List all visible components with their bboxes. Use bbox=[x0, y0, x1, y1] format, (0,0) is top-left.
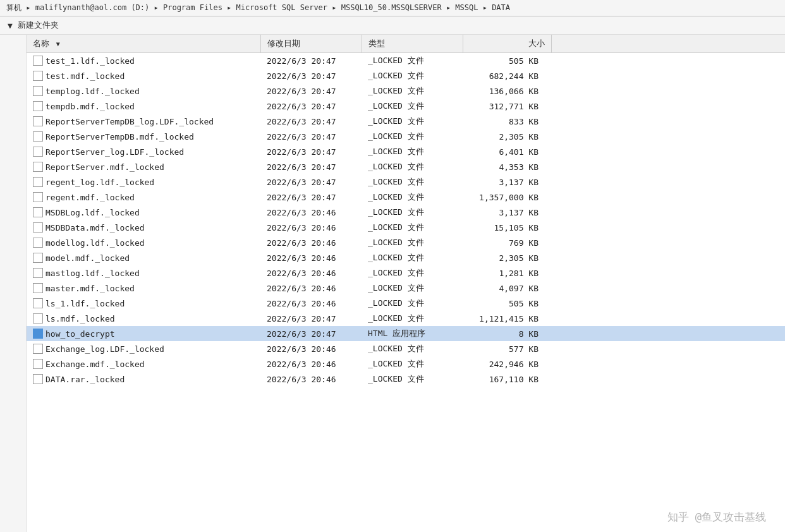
file-type-cell: _LOCKED 文件 bbox=[362, 356, 463, 372]
table-row[interactable]: Exchange.mdf._locked 2022/6/3 20:46 _LOC… bbox=[27, 356, 785, 372]
file-name: ls.mdf._locked bbox=[46, 314, 115, 323]
table-row[interactable]: how_to_decrypt 2022/6/3 20:47 HTML 应用程序 … bbox=[27, 326, 785, 341]
file-date-cell: 2022/6/3 20:47 bbox=[260, 129, 362, 144]
file-extra-cell bbox=[551, 281, 785, 296]
file-size-cell: 312,771 KB bbox=[463, 99, 551, 114]
file-name-cell: Exchange_log.LDF._locked bbox=[27, 341, 260, 356]
table-row[interactable]: regent_log.ldf._locked 2022/6/3 20:47 _L… bbox=[27, 174, 785, 190]
file-extra-cell bbox=[551, 114, 785, 129]
new-folder-button[interactable]: 新建文件夹 bbox=[18, 20, 59, 31]
file-date-cell: 2022/6/3 20:46 bbox=[260, 250, 362, 265]
file-extra-cell bbox=[551, 190, 785, 205]
file-table: 名称 ▼ 修改日期 类型 大小 bbox=[27, 35, 785, 387]
file-name: master.mdf._locked bbox=[46, 284, 135, 293]
file-date-cell: 2022/6/3 20:47 bbox=[260, 174, 362, 190]
file-date-cell: 2022/6/3 20:47 bbox=[260, 53, 362, 69]
table-row[interactable]: ReportServer_log.LDF._locked 2022/6/3 20… bbox=[27, 144, 785, 159]
col-header-date[interactable]: 修改日期 bbox=[260, 35, 362, 53]
file-size-cell: 136,066 KB bbox=[463, 83, 551, 99]
table-row[interactable]: templog.ldf._locked 2022/6/3 20:47 _LOCK… bbox=[27, 83, 785, 99]
file-size-cell: 6,401 KB bbox=[463, 144, 551, 159]
table-row[interactable]: model.mdf._locked 2022/6/3 20:46 _LOCKED… bbox=[27, 250, 785, 265]
file-size-cell: 577 KB bbox=[463, 341, 551, 356]
file-date-cell: 2022/6/3 20:46 bbox=[260, 341, 362, 356]
file-size-cell: 8 KB bbox=[463, 326, 551, 341]
table-row[interactable]: MSDBLog.ldf._locked 2022/6/3 20:46 _LOCK… bbox=[27, 205, 785, 220]
file-type-cell: _LOCKED 文件 bbox=[362, 235, 463, 250]
table-row[interactable]: mastlog.ldf._locked 2022/6/3 20:46 _LOCK… bbox=[27, 265, 785, 281]
doc-file-icon bbox=[33, 177, 43, 187]
doc-file-icon bbox=[33, 56, 43, 66]
file-name-cell: test.mdf._locked bbox=[27, 68, 260, 83]
table-row[interactable]: master.mdf._locked 2022/6/3 20:46 _LOCKE… bbox=[27, 281, 785, 296]
file-type-cell: _LOCKED 文件 bbox=[362, 159, 463, 174]
col-header-type[interactable]: 类型 bbox=[362, 35, 463, 53]
doc-file-icon bbox=[33, 131, 43, 142]
file-size-cell: 2,305 KB bbox=[463, 250, 551, 265]
file-date-cell: 2022/6/3 20:46 bbox=[260, 281, 362, 296]
table-row[interactable]: DATA.rar._locked 2022/6/3 20:46 _LOCKED … bbox=[27, 372, 785, 387]
col-header-name[interactable]: 名称 ▼ bbox=[27, 35, 260, 53]
file-type-cell: _LOCKED 文件 bbox=[362, 250, 463, 265]
file-name-cell: Exchange.mdf._locked bbox=[27, 356, 260, 372]
table-row[interactable]: modellog.ldf._locked 2022/6/3 20:46 _LOC… bbox=[27, 235, 785, 250]
table-row[interactable]: ls_1.ldf._locked 2022/6/3 20:46 _LOCKED … bbox=[27, 296, 785, 311]
file-type-cell: _LOCKED 文件 bbox=[362, 53, 463, 69]
address-bar[interactable]: 算机 ▸ maliflynanth@aol.com (D:) ▸ Program… bbox=[0, 0, 785, 16]
table-row[interactable]: test_1.ldf._locked 2022/6/3 20:47 _LOCKE… bbox=[27, 53, 785, 69]
file-name: regent_log.ldf._locked bbox=[46, 178, 154, 187]
file-name-cell: modellog.ldf._locked bbox=[27, 235, 260, 250]
table-row[interactable]: ReportServerTempDB_log.LDF._locked 2022/… bbox=[27, 114, 785, 129]
file-name-cell: test_1.ldf._locked bbox=[27, 53, 260, 69]
col-header-size[interactable]: 大小 bbox=[463, 35, 551, 53]
doc-file-icon bbox=[33, 283, 43, 293]
file-extra-cell bbox=[551, 372, 785, 387]
file-date-cell: 2022/6/3 20:47 bbox=[260, 114, 362, 129]
table-row[interactable]: ReportServerTempDB.mdf._locked 2022/6/3 … bbox=[27, 129, 785, 144]
table-row[interactable]: tempdb.mdf._locked 2022/6/3 20:47 _LOCKE… bbox=[27, 99, 785, 114]
file-size-cell: 769 KB bbox=[463, 235, 551, 250]
file-extra-cell bbox=[551, 129, 785, 144]
file-date-cell: 2022/6/3 20:46 bbox=[260, 296, 362, 311]
file-extra-cell bbox=[551, 220, 785, 235]
doc-file-icon bbox=[33, 222, 43, 233]
file-extra-cell bbox=[551, 326, 785, 341]
table-header-row: 名称 ▼ 修改日期 类型 大小 bbox=[27, 35, 785, 53]
file-name-cell: ls_1.ldf._locked bbox=[27, 296, 260, 311]
file-date-cell: 2022/6/3 20:47 bbox=[260, 68, 362, 83]
content-area[interactable]: 名称 ▼ 修改日期 类型 大小 bbox=[27, 35, 785, 532]
file-name: model.mdf._locked bbox=[46, 253, 130, 263]
doc-file-icon bbox=[33, 374, 43, 384]
table-row[interactable]: Exchange_log.LDF._locked 2022/6/3 20:46 … bbox=[27, 341, 785, 356]
file-name-cell: templog.ldf._locked bbox=[27, 83, 260, 99]
file-type-cell: HTML 应用程序 bbox=[362, 326, 463, 341]
file-size-cell: 167,110 KB bbox=[463, 372, 551, 387]
file-name: modellog.ldf._locked bbox=[46, 238, 145, 248]
file-type-cell: _LOCKED 文件 bbox=[362, 114, 463, 129]
table-row[interactable]: ls.mdf._locked 2022/6/3 20:47 _LOCKED 文件… bbox=[27, 311, 785, 326]
file-type-cell: _LOCKED 文件 bbox=[362, 83, 463, 99]
doc-file-icon bbox=[33, 192, 43, 202]
file-name: test_1.ldf._locked bbox=[46, 56, 135, 66]
file-name-cell: MSDBData.mdf._locked bbox=[27, 220, 260, 235]
table-row[interactable]: test.mdf._locked 2022/6/3 20:47 _LOCKED … bbox=[27, 68, 785, 83]
file-date-cell: 2022/6/3 20:47 bbox=[260, 159, 362, 174]
file-date-cell: 2022/6/3 20:46 bbox=[260, 220, 362, 235]
table-row[interactable]: MSDBData.mdf._locked 2022/6/3 20:46 _LOC… bbox=[27, 220, 785, 235]
table-row[interactable]: regent.mdf._locked 2022/6/3 20:47 _LOCKE… bbox=[27, 190, 785, 205]
file-extra-cell bbox=[551, 250, 785, 265]
file-extra-cell bbox=[551, 311, 785, 326]
file-type-cell: _LOCKED 文件 bbox=[362, 129, 463, 144]
toolbar-dropdown-arrow[interactable]: ▼ bbox=[8, 21, 13, 30]
file-type-cell: _LOCKED 文件 bbox=[362, 174, 463, 190]
table-row[interactable]: ReportServer.mdf._locked 2022/6/3 20:47 … bbox=[27, 159, 785, 174]
file-extra-cell bbox=[551, 99, 785, 114]
file-name: MSDBData.mdf._locked bbox=[46, 223, 145, 233]
file-extra-cell bbox=[551, 53, 785, 69]
file-extra-cell bbox=[551, 265, 785, 281]
file-date-cell: 2022/6/3 20:47 bbox=[260, 326, 362, 341]
file-type-cell: _LOCKED 文件 bbox=[362, 341, 463, 356]
file-name: mastlog.ldf._locked bbox=[46, 269, 140, 278]
file-date-cell: 2022/6/3 20:46 bbox=[260, 265, 362, 281]
file-type-cell: _LOCKED 文件 bbox=[362, 190, 463, 205]
